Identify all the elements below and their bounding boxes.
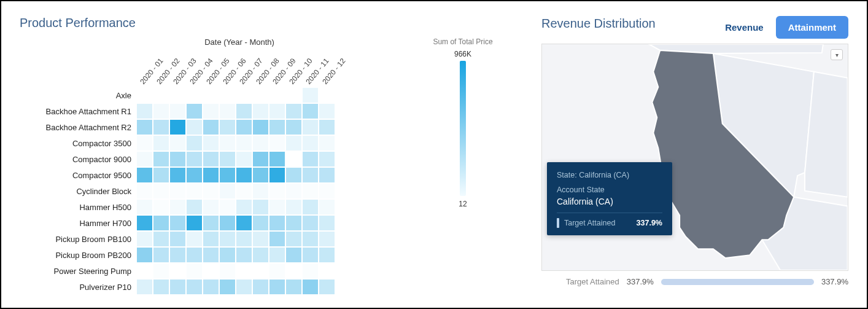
heatmap-cell[interactable]: [153, 167, 169, 183]
heatmap-cell[interactable]: [236, 103, 252, 119]
heatmap-cell[interactable]: [302, 135, 319, 151]
heatmap-cell[interactable]: [252, 151, 269, 167]
heatmap-cell[interactable]: [219, 87, 236, 103]
heatmap-cell[interactable]: [203, 231, 219, 247]
heatmap-cell[interactable]: [236, 119, 252, 135]
heatmap-cell[interactable]: [319, 103, 335, 119]
heatmap-cell[interactable]: [269, 183, 285, 199]
heatmap-cell[interactable]: [319, 231, 335, 247]
heatmap-cell[interactable]: [319, 247, 335, 263]
heatmap-cell[interactable]: [169, 151, 186, 167]
heatmap-cell[interactable]: [169, 263, 186, 279]
heatmap-cell[interactable]: [285, 215, 302, 231]
heatmap-cell[interactable]: [236, 183, 252, 199]
heatmap-cell[interactable]: [169, 183, 186, 199]
heatmap-cell[interactable]: [153, 215, 169, 231]
heatmap-cell[interactable]: [269, 199, 285, 215]
heatmap-cell[interactable]: [285, 119, 302, 135]
heatmap-cell[interactable]: [219, 135, 236, 151]
heatmap-cell[interactable]: [302, 199, 319, 215]
heatmap-cell[interactable]: [203, 263, 219, 279]
heatmap-cell[interactable]: [319, 151, 335, 167]
heatmap-cell[interactable]: [203, 135, 219, 151]
heatmap-cell[interactable]: [302, 103, 319, 119]
heatmap-cell[interactable]: [302, 247, 319, 263]
heatmap-cell[interactable]: [302, 119, 319, 135]
heatmap-cell[interactable]: [153, 103, 169, 119]
heatmap-cell[interactable]: [169, 135, 186, 151]
heatmap-cell[interactable]: [219, 231, 236, 247]
heatmap-cell[interactable]: [186, 167, 203, 183]
heatmap-cell[interactable]: [186, 231, 203, 247]
heatmap-cell[interactable]: [285, 183, 302, 199]
heatmap-cell[interactable]: [169, 279, 186, 295]
heatmap-cell[interactable]: [186, 247, 203, 263]
heatmap-cell[interactable]: [252, 247, 269, 263]
heatmap-cell[interactable]: [136, 199, 153, 215]
heatmap-cell[interactable]: [203, 247, 219, 263]
heatmap-cell[interactable]: [319, 215, 335, 231]
heatmap-cell[interactable]: [319, 87, 335, 103]
toggle-attainment[interactable]: Attainment: [776, 16, 848, 39]
heatmap-cell[interactable]: [153, 231, 169, 247]
heatmap-cell[interactable]: [219, 199, 236, 215]
heatmap-cell[interactable]: [153, 247, 169, 263]
heatmap-cell[interactable]: [203, 87, 219, 103]
heatmap-cell[interactable]: [203, 183, 219, 199]
heatmap-cell[interactable]: [203, 167, 219, 183]
heatmap-cell[interactable]: [203, 151, 219, 167]
heatmap-cell[interactable]: [136, 119, 153, 135]
heatmap-cell[interactable]: [169, 215, 186, 231]
heatmap-cell[interactable]: [285, 87, 302, 103]
heatmap-cell[interactable]: [153, 279, 169, 295]
heatmap-cell[interactable]: [285, 279, 302, 295]
heatmap-cell[interactable]: [252, 103, 269, 119]
heatmap-cell[interactable]: [319, 135, 335, 151]
heatmap-cell[interactable]: [252, 279, 269, 295]
heatmap-cell[interactable]: [236, 215, 252, 231]
heatmap-cell[interactable]: [236, 87, 252, 103]
heatmap-cell[interactable]: [136, 103, 153, 119]
heatmap-cell[interactable]: [186, 215, 203, 231]
heatmap-cell[interactable]: [186, 103, 203, 119]
heatmap-cell[interactable]: [319, 119, 335, 135]
heatmap-cell[interactable]: [136, 87, 153, 103]
heatmap-cell[interactable]: [269, 135, 285, 151]
heatmap-cell[interactable]: [219, 279, 236, 295]
heatmap-cell[interactable]: [252, 135, 269, 151]
heatmap-cell[interactable]: [169, 199, 186, 215]
heatmap-cell[interactable]: [136, 247, 153, 263]
heatmap-cell[interactable]: [186, 151, 203, 167]
toggle-revenue[interactable]: Revenue: [713, 16, 776, 39]
heatmap-cell[interactable]: [302, 183, 319, 199]
heatmap-cell[interactable]: [219, 263, 236, 279]
heatmap-cell[interactable]: [219, 247, 236, 263]
heatmap-cell[interactable]: [252, 215, 269, 231]
heatmap-cell[interactable]: [319, 183, 335, 199]
heatmap-cell[interactable]: [136, 135, 153, 151]
heatmap-cell[interactable]: [136, 215, 153, 231]
heatmap-cell[interactable]: [236, 135, 252, 151]
heatmap-cell[interactable]: [153, 135, 169, 151]
heatmap-cell[interactable]: [319, 263, 335, 279]
heatmap-cell[interactable]: [219, 167, 236, 183]
heatmap-cell[interactable]: [269, 263, 285, 279]
heatmap-cell[interactable]: [285, 135, 302, 151]
heatmap-cell[interactable]: [169, 167, 186, 183]
heatmap-cell[interactable]: [203, 215, 219, 231]
heatmap-cell[interactable]: [136, 151, 153, 167]
heatmap-cell[interactable]: [219, 215, 236, 231]
heatmap-cell[interactable]: [169, 231, 186, 247]
heatmap-chart[interactable]: Date (Year - Month) 2020 - 012020 - 0220…: [20, 37, 340, 295]
heatmap-cell[interactable]: [236, 247, 252, 263]
heatmap-cell[interactable]: [169, 103, 186, 119]
heatmap-cell[interactable]: [285, 167, 302, 183]
heatmap-cell[interactable]: [285, 247, 302, 263]
heatmap-cell[interactable]: [169, 87, 186, 103]
heatmap-cell[interactable]: [136, 263, 153, 279]
heatmap-cell[interactable]: [285, 151, 302, 167]
heatmap-cell[interactable]: [219, 183, 236, 199]
heatmap-cell[interactable]: [203, 103, 219, 119]
heatmap-cell[interactable]: [269, 103, 285, 119]
heatmap-cell[interactable]: [219, 151, 236, 167]
